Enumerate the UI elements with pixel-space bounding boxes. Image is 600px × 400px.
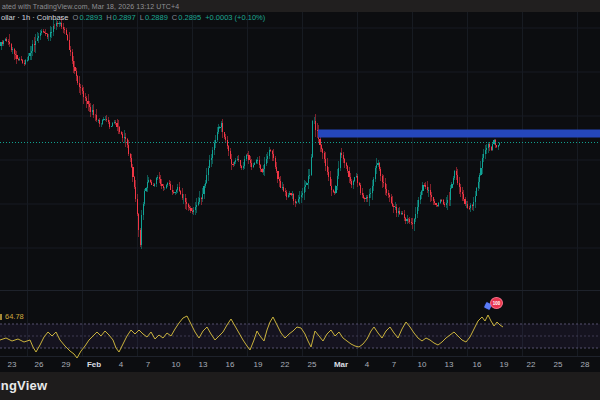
time-axis-label: 19 (500, 360, 509, 369)
chart-canvas[interactable] (0, 12, 600, 372)
watermark-text: ated with TradingView.com, Mar 18, 2026 … (0, 3, 179, 10)
ohlc-low: L0.2889 (140, 14, 168, 22)
tradingview-logo: ingView (0, 378, 47, 393)
time-axis-label: 16 (473, 360, 482, 369)
time-axis-label: 23 (8, 360, 17, 369)
time-axis-label: 4 (119, 360, 123, 369)
time-axis-label: 22 (527, 360, 536, 369)
time-axis[interactable]: 232629Feb47101316192225Mar47101316192225… (0, 360, 600, 372)
rsi-value: 64.78 (5, 312, 24, 321)
time-axis-label: 10 (172, 360, 181, 369)
time-axis-label: 25 (308, 360, 317, 369)
chart-area[interactable]: ollar · 1h · Coinbase O0.2893 H0.2897 L0… (0, 12, 600, 372)
tradingview-snapshot: ated with TradingView.com, Mar 18, 2026 … (0, 0, 600, 400)
symbol-name[interactable]: ollar · 1h · Coinbase (1, 14, 69, 22)
hundred-emoji-icon: 100 (490, 297, 503, 309)
time-axis-label: 22 (281, 360, 290, 369)
top-watermark-bar: ated with TradingView.com, Mar 18, 2026 … (0, 0, 600, 12)
time-axis-label: 13 (445, 360, 454, 369)
time-axis-label: 7 (392, 360, 396, 369)
ohlc-close: C0.2895 (172, 14, 201, 22)
resistance-band-drawing[interactable] (318, 130, 600, 138)
time-axis-label: 19 (254, 360, 263, 369)
time-axis-label: 13 (199, 360, 208, 369)
bottom-logo-bar: ingView (0, 372, 600, 400)
time-axis-label: 28 (581, 360, 590, 369)
symbol-legend[interactable]: ollar · 1h · Coinbase O0.2893 H0.2897 L0… (1, 14, 265, 22)
ohlc-open: O0.2893 (73, 14, 103, 22)
time-axis-label: 26 (35, 360, 44, 369)
price-change: +0.0003 (+0.10%) (205, 14, 265, 22)
time-axis-label: 7 (146, 360, 150, 369)
time-axis-label: 10 (418, 360, 427, 369)
time-axis-label: 29 (62, 360, 71, 369)
time-axis-label: Mar (334, 360, 348, 369)
time-axis-label: 25 (554, 360, 563, 369)
rsi-label-fragment (0, 314, 2, 320)
ohlc-high: H0.2897 (106, 14, 135, 22)
rsi-value-label: 64.78 (0, 312, 24, 321)
time-axis-label: 16 (226, 360, 235, 369)
hundred-emoji-sticker[interactable]: 100 (484, 296, 506, 312)
time-axis-label: 4 (365, 360, 369, 369)
time-axis-label: Feb (87, 360, 101, 369)
